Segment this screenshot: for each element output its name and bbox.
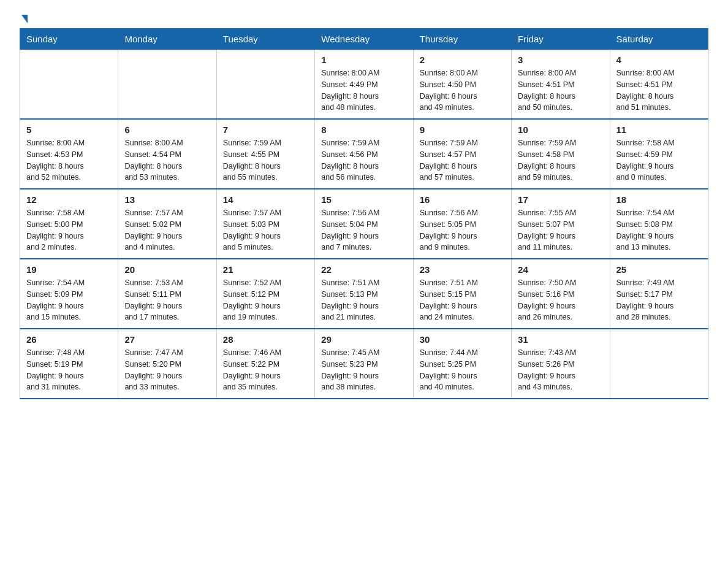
day-number: 15 [321, 194, 406, 205]
calendar-cell [216, 50, 314, 120]
calendar-week-4: 19Sunrise: 7:54 AMSunset: 5:09 PMDayligh… [20, 259, 708, 329]
day-number: 24 [518, 264, 603, 275]
day-info: Sunrise: 7:59 AMSunset: 4:58 PMDaylight:… [518, 137, 603, 183]
day-info: Sunrise: 8:00 AMSunset: 4:50 PMDaylight:… [420, 67, 505, 113]
calendar-cell [118, 50, 216, 120]
calendar-cell: 1Sunrise: 8:00 AMSunset: 4:49 PMDaylight… [315, 50, 413, 120]
weekday-header-saturday: Saturday [610, 29, 708, 50]
calendar-body: 1Sunrise: 8:00 AMSunset: 4:49 PMDaylight… [20, 50, 708, 399]
day-info: Sunrise: 7:56 AMSunset: 5:05 PMDaylight:… [420, 207, 505, 253]
day-info: Sunrise: 7:58 AMSunset: 5:00 PMDaylight:… [26, 207, 112, 253]
calendar-cell: 16Sunrise: 7:56 AMSunset: 5:05 PMDayligh… [413, 189, 511, 259]
calendar-cell: 20Sunrise: 7:53 AMSunset: 5:11 PMDayligh… [118, 259, 216, 329]
day-number: 14 [223, 194, 308, 205]
day-info: Sunrise: 8:00 AMSunset: 4:49 PMDaylight:… [321, 67, 406, 113]
calendar-week-2: 5Sunrise: 8:00 AMSunset: 4:53 PMDaylight… [20, 119, 708, 189]
calendar-week-5: 26Sunrise: 7:48 AMSunset: 5:19 PMDayligh… [20, 329, 708, 399]
day-info: Sunrise: 7:56 AMSunset: 5:04 PMDaylight:… [321, 207, 406, 253]
day-info: Sunrise: 7:54 AMSunset: 5:09 PMDaylight:… [26, 277, 112, 323]
calendar-cell [610, 329, 708, 399]
day-number: 3 [518, 55, 603, 65]
day-number: 29 [321, 334, 406, 345]
calendar-cell: 10Sunrise: 7:59 AMSunset: 4:58 PMDayligh… [512, 119, 610, 189]
weekday-header-sunday: Sunday [20, 29, 118, 50]
day-number: 4 [616, 55, 702, 65]
day-info: Sunrise: 7:57 AMSunset: 5:03 PMDaylight:… [223, 207, 308, 253]
calendar-cell: 25Sunrise: 7:49 AMSunset: 5:17 PMDayligh… [610, 259, 708, 329]
day-info: Sunrise: 7:51 AMSunset: 5:15 PMDaylight:… [420, 277, 505, 323]
weekday-header-wednesday: Wednesday [315, 29, 413, 50]
day-number: 16 [420, 194, 505, 205]
day-number: 9 [420, 124, 505, 135]
day-number: 19 [26, 264, 112, 275]
calendar-cell: 13Sunrise: 7:57 AMSunset: 5:02 PMDayligh… [118, 189, 216, 259]
day-number: 22 [321, 264, 406, 275]
day-info: Sunrise: 7:45 AMSunset: 5:23 PMDaylight:… [321, 347, 406, 393]
calendar-cell: 7Sunrise: 7:59 AMSunset: 4:55 PMDaylight… [216, 119, 314, 189]
calendar-cell [20, 50, 118, 120]
calendar-cell: 22Sunrise: 7:51 AMSunset: 5:13 PMDayligh… [315, 259, 413, 329]
day-info: Sunrise: 7:54 AMSunset: 5:08 PMDaylight:… [616, 207, 702, 253]
calendar-cell: 11Sunrise: 7:58 AMSunset: 4:59 PMDayligh… [610, 119, 708, 189]
day-number: 6 [124, 124, 210, 135]
day-info: Sunrise: 7:59 AMSunset: 4:55 PMDaylight:… [223, 137, 308, 183]
day-number: 27 [124, 334, 210, 345]
calendar-cell: 23Sunrise: 7:51 AMSunset: 5:15 PMDayligh… [413, 259, 511, 329]
day-info: Sunrise: 7:52 AMSunset: 5:12 PMDaylight:… [223, 277, 308, 323]
day-number: 8 [321, 124, 406, 135]
day-number: 28 [223, 334, 308, 345]
day-number: 11 [616, 124, 702, 135]
calendar-cell: 29Sunrise: 7:45 AMSunset: 5:23 PMDayligh… [315, 329, 413, 399]
calendar-cell: 26Sunrise: 7:48 AMSunset: 5:19 PMDayligh… [20, 329, 118, 399]
calendar-cell: 4Sunrise: 8:00 AMSunset: 4:51 PMDaylight… [610, 50, 708, 120]
logo [20, 15, 28, 21]
calendar-cell: 19Sunrise: 7:54 AMSunset: 5:09 PMDayligh… [20, 259, 118, 329]
day-info: Sunrise: 8:00 AMSunset: 4:51 PMDaylight:… [616, 67, 702, 113]
day-info: Sunrise: 7:59 AMSunset: 4:57 PMDaylight:… [420, 137, 505, 183]
day-info: Sunrise: 8:00 AMSunset: 4:51 PMDaylight:… [518, 67, 603, 113]
day-number: 10 [518, 124, 603, 135]
calendar-header: SundayMondayTuesdayWednesdayThursdayFrid… [20, 29, 708, 50]
day-number: 7 [223, 124, 308, 135]
day-info: Sunrise: 7:44 AMSunset: 5:25 PMDaylight:… [420, 347, 505, 393]
weekday-header-row: SundayMondayTuesdayWednesdayThursdayFrid… [20, 29, 708, 50]
calendar-cell: 14Sunrise: 7:57 AMSunset: 5:03 PMDayligh… [216, 189, 314, 259]
calendar-cell: 31Sunrise: 7:43 AMSunset: 5:26 PMDayligh… [512, 329, 610, 399]
calendar-cell: 27Sunrise: 7:47 AMSunset: 5:20 PMDayligh… [118, 329, 216, 399]
calendar-cell: 30Sunrise: 7:44 AMSunset: 5:25 PMDayligh… [413, 329, 511, 399]
calendar-cell: 17Sunrise: 7:55 AMSunset: 5:07 PMDayligh… [512, 189, 610, 259]
calendar-cell: 5Sunrise: 8:00 AMSunset: 4:53 PMDaylight… [20, 119, 118, 189]
day-number: 5 [26, 124, 112, 135]
weekday-header-monday: Monday [118, 29, 216, 50]
day-info: Sunrise: 7:58 AMSunset: 4:59 PMDaylight:… [616, 137, 702, 183]
calendar-cell: 9Sunrise: 7:59 AMSunset: 4:57 PMDaylight… [413, 119, 511, 189]
calendar-cell: 3Sunrise: 8:00 AMSunset: 4:51 PMDaylight… [512, 50, 610, 120]
calendar-cell: 18Sunrise: 7:54 AMSunset: 5:08 PMDayligh… [610, 189, 708, 259]
day-info: Sunrise: 7:47 AMSunset: 5:20 PMDaylight:… [124, 347, 210, 393]
day-info: Sunrise: 8:00 AMSunset: 4:54 PMDaylight:… [124, 137, 210, 183]
day-number: 2 [420, 55, 505, 65]
day-number: 30 [420, 334, 505, 345]
day-info: Sunrise: 7:53 AMSunset: 5:11 PMDaylight:… [124, 277, 210, 323]
calendar-cell: 6Sunrise: 8:00 AMSunset: 4:54 PMDaylight… [118, 119, 216, 189]
day-number: 12 [26, 194, 112, 205]
weekday-header-thursday: Thursday [413, 29, 511, 50]
calendar-week-3: 12Sunrise: 7:58 AMSunset: 5:00 PMDayligh… [20, 189, 708, 259]
day-info: Sunrise: 7:49 AMSunset: 5:17 PMDaylight:… [616, 277, 702, 323]
calendar-cell: 2Sunrise: 8:00 AMSunset: 4:50 PMDaylight… [413, 50, 511, 120]
day-number: 23 [420, 264, 505, 275]
calendar-table: SundayMondayTuesdayWednesdayThursdayFrid… [20, 28, 708, 399]
day-info: Sunrise: 7:50 AMSunset: 5:16 PMDaylight:… [518, 277, 603, 323]
day-number: 20 [124, 264, 210, 275]
calendar-cell: 24Sunrise: 7:50 AMSunset: 5:16 PMDayligh… [512, 259, 610, 329]
day-number: 18 [616, 194, 702, 205]
day-number: 31 [518, 334, 603, 345]
calendar-cell: 12Sunrise: 7:58 AMSunset: 5:00 PMDayligh… [20, 189, 118, 259]
day-info: Sunrise: 7:57 AMSunset: 5:02 PMDaylight:… [124, 207, 210, 253]
weekday-header-tuesday: Tuesday [216, 29, 314, 50]
day-number: 26 [26, 334, 112, 345]
day-info: Sunrise: 7:55 AMSunset: 5:07 PMDaylight:… [518, 207, 603, 253]
calendar-cell: 21Sunrise: 7:52 AMSunset: 5:12 PMDayligh… [216, 259, 314, 329]
weekday-header-friday: Friday [512, 29, 610, 50]
day-info: Sunrise: 7:46 AMSunset: 5:22 PMDaylight:… [223, 347, 308, 393]
